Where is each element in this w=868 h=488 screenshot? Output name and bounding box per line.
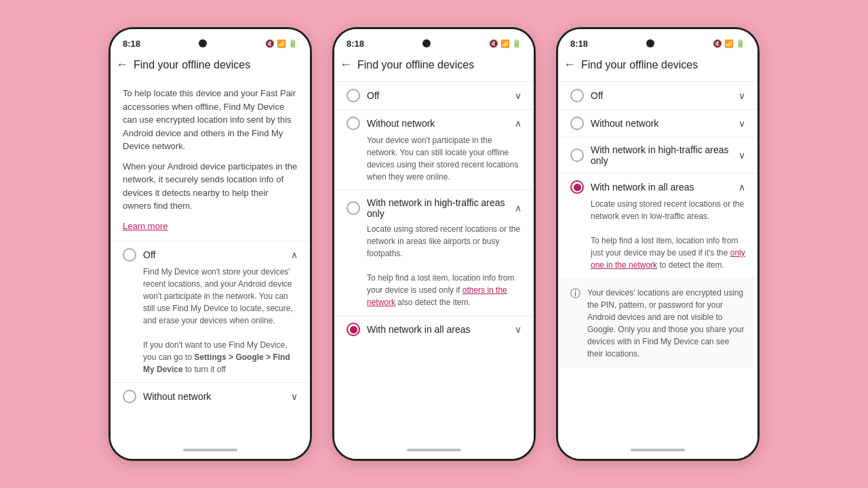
- page-title-1: Find your offline devices: [134, 59, 250, 71]
- option-without-3: Without network ∨: [558, 109, 757, 137]
- radio-off-1[interactable]: [123, 248, 136, 262]
- wifi-icon-2: 📶: [500, 39, 510, 48]
- radio-without-1[interactable]: [123, 390, 136, 403]
- option-without-1: Without network ∨: [111, 382, 310, 410]
- option-without-left-3: Without network: [570, 117, 658, 130]
- option-off-3: Off ∨: [558, 81, 757, 109]
- page-title-3: Find your offline devices: [581, 59, 698, 71]
- mute-icon-1: 🔇: [265, 39, 275, 48]
- option-high-desc-2: Locate using stored recent locations or …: [347, 223, 521, 308]
- option-off-2: Off ∨: [334, 81, 534, 109]
- chevron-all-2: ∨: [515, 324, 521, 335]
- status-bar-1: 8:18 🔇 📶 🔋: [111, 29, 310, 54]
- chevron-without-1: ∨: [291, 391, 298, 402]
- option-high-3: With network in high-traffic areas only …: [558, 137, 757, 173]
- option-all-left-3: With network in all areas: [570, 180, 694, 194]
- option-without-header-2[interactable]: Without network ∧: [347, 117, 521, 130]
- option-off-header-3[interactable]: Off ∨: [570, 89, 745, 102]
- info-icon-3: ⓘ: [570, 287, 580, 300]
- back-button-3[interactable]: ←: [564, 58, 576, 72]
- learn-more-link[interactable]: Learn more: [123, 221, 167, 231]
- home-indicator-1: [111, 445, 310, 459]
- status-icons-1: 🔇 📶 🔋: [265, 39, 298, 48]
- top-bar-1: ← Find your offline devices: [111, 54, 310, 76]
- chevron-off-1: ∧: [291, 249, 298, 260]
- option-all-left-2: With network in all areas: [347, 323, 471, 336]
- option-off-left-2: Off: [347, 89, 379, 102]
- settings-path: Settings > Google > Find My Device: [143, 352, 290, 374]
- chevron-high-3: ∨: [738, 150, 745, 161]
- back-button-2[interactable]: ←: [340, 58, 352, 72]
- battery-icon-2: 🔋: [512, 39, 521, 48]
- option-off-1: Off ∧ Find My Device won't store your de…: [111, 241, 310, 382]
- option-without-label-2: Without network: [367, 118, 435, 129]
- home-bar-3: [631, 449, 685, 451]
- time-1: 8:18: [123, 39, 140, 49]
- status-bar-3: 8:18 🔇 📶 🔋: [558, 29, 757, 54]
- battery-icon-1: 🔋: [288, 39, 298, 48]
- option-all-label-3: With network in all areas: [591, 182, 694, 192]
- option-high-label-2: With network in high-traffic areas only: [367, 197, 515, 219]
- option-all-header-3[interactable]: With network in all areas ∧: [570, 180, 745, 194]
- mute-icon-2: 🔇: [489, 39, 498, 48]
- top-bar-2: ← Find your offline devices: [334, 54, 534, 76]
- option-without-left-2: Without network: [347, 117, 435, 130]
- back-button-1[interactable]: ←: [116, 58, 128, 72]
- home-bar-1: [183, 449, 237, 451]
- camera-2: [422, 39, 431, 47]
- option-without-header-3[interactable]: Without network ∨: [570, 117, 745, 130]
- radio-off-3[interactable]: [570, 89, 584, 102]
- option-all-header-2[interactable]: With network in all areas ∨: [347, 323, 521, 336]
- others-link[interactable]: others in the network: [367, 285, 507, 307]
- option-high-2: With network in high-traffic areas only …: [334, 190, 534, 315]
- radio-high-2[interactable]: [347, 201, 360, 215]
- home-bar-2: [407, 449, 461, 451]
- time-2: 8:18: [347, 39, 364, 49]
- option-without-label-1: Without network: [143, 391, 211, 402]
- radio-off-2[interactable]: [347, 89, 360, 102]
- option-without-desc-2: Your device won't participate in the net…: [347, 134, 521, 183]
- phone-2: 8:18 🔇 📶 🔋 ← Find your offline devices O…: [332, 27, 536, 461]
- page-title-2: Find your offline devices: [357, 59, 474, 71]
- phones-container: 8:18 🔇 📶 🔋 ← Find your offline devices T…: [95, 14, 773, 474]
- status-bar-2: 8:18 🔇 📶 🔋: [334, 29, 534, 54]
- info-block-3: ⓘ Your devices' locations are encrypted …: [558, 278, 757, 368]
- option-off-label-3: Off: [591, 90, 603, 101]
- mute-icon-3: 🔇: [713, 39, 722, 48]
- option-off-header-2[interactable]: Off ∨: [347, 89, 521, 102]
- option-all-3: With network in all areas ∧ Locate using…: [558, 173, 757, 278]
- option-high-header-3[interactable]: With network in high-traffic areas only …: [570, 144, 745, 166]
- wifi-icon-1: 📶: [277, 39, 286, 48]
- top-bar-3: ← Find your offline devices: [558, 54, 757, 76]
- home-indicator-2: [334, 445, 534, 459]
- phone-3: 8:18 🔇 📶 🔋 ← Find your offline devices O…: [556, 27, 760, 461]
- time-3: 8:18: [570, 39, 588, 49]
- chevron-without-2: ∧: [515, 118, 521, 129]
- chevron-off-2: ∨: [515, 90, 521, 101]
- camera-1: [199, 39, 207, 47]
- wifi-icon-3: 📶: [724, 39, 734, 48]
- radio-high-3[interactable]: [570, 148, 584, 162]
- chevron-all-3: ∧: [738, 182, 745, 192]
- option-off-label-1: Off: [143, 249, 155, 260]
- chevron-high-2: ∧: [515, 203, 521, 214]
- radio-without-2[interactable]: [347, 117, 360, 130]
- camera-3: [646, 39, 654, 47]
- chevron-without-3: ∨: [738, 118, 745, 129]
- option-high-header-2[interactable]: With network in high-traffic areas only …: [347, 197, 521, 219]
- description-1: To help locate this device and your Fast…: [111, 81, 310, 241]
- option-off-label-2: Off: [367, 90, 379, 101]
- only-one-link[interactable]: only one in the network: [591, 248, 745, 270]
- status-icons-2: 🔇 📶 🔋: [489, 39, 521, 48]
- radio-without-3[interactable]: [570, 117, 584, 130]
- option-off-left-3: Off: [570, 89, 603, 102]
- option-without-header-1[interactable]: Without network ∨: [123, 390, 298, 403]
- option-off-left-1: Off: [123, 248, 155, 262]
- radio-all-2[interactable]: [347, 323, 360, 336]
- option-off-header-1[interactable]: Off ∧: [123, 248, 298, 262]
- status-icons-3: 🔇 📶 🔋: [713, 39, 745, 48]
- content-3: Off ∨ Without network ∨: [558, 76, 757, 445]
- option-all-label-2: With network in all areas: [367, 324, 471, 335]
- desc-para-2: When your Android device participates in…: [123, 160, 298, 213]
- radio-all-3[interactable]: [570, 180, 584, 194]
